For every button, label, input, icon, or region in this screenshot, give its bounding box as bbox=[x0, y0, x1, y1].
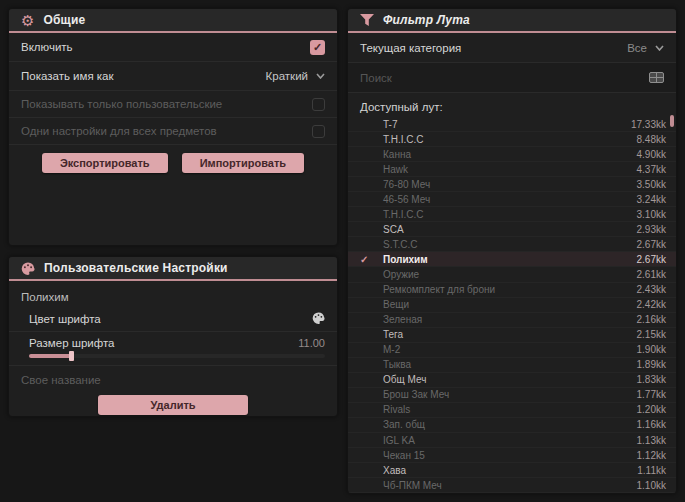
loot-item-name: Полихим bbox=[374, 254, 637, 265]
loot-row[interactable]: S.T.C.C2.67kk bbox=[348, 237, 676, 252]
loot-row[interactable]: IGL KA1.13kk bbox=[348, 433, 676, 448]
slider-thumb[interactable] bbox=[69, 351, 74, 361]
category-label: Текущая категория bbox=[360, 42, 461, 54]
loot-filter-panel: Фильтр Лута Текущая категория Все Доступ… bbox=[347, 8, 677, 494]
loot-item-value: 8.48kk bbox=[637, 134, 666, 145]
only-custom-row: Показывать только пользовательские bbox=[9, 91, 337, 118]
export-import-row: Экспортировать Импортировать bbox=[9, 145, 337, 182]
loot-item-name: SCA bbox=[374, 224, 637, 235]
enable-row: Включить ✓ bbox=[9, 33, 337, 62]
loot-row[interactable]: T-717.33kk bbox=[348, 117, 676, 132]
left-column: ⚙ Общие Включить ✓ Показать имя как Крат… bbox=[8, 8, 338, 494]
general-panel-title: Общие bbox=[43, 13, 85, 27]
same-settings-checkbox[interactable] bbox=[312, 125, 325, 138]
loot-row[interactable]: Hawk4.37kk bbox=[348, 162, 676, 177]
loot-row[interactable]: Канна4.90kk bbox=[348, 147, 676, 162]
loot-row[interactable]: Хава1.11kk bbox=[348, 463, 676, 478]
loot-item-value: 1.89kk bbox=[637, 359, 666, 370]
loot-item-value: 1.11kk bbox=[637, 465, 666, 476]
loot-item-name: Rivals bbox=[374, 404, 637, 415]
font-size-block: Размер шрифта 11.00 bbox=[9, 332, 337, 366]
loot-row[interactable]: Общ Меч1.83kk bbox=[348, 373, 676, 388]
loot-item-value: 2.93kk bbox=[637, 224, 666, 235]
delete-button[interactable]: Удалить bbox=[98, 395, 248, 415]
loot-row[interactable]: Rivals1.20kk bbox=[348, 403, 676, 418]
available-loot-label: Доступный лут: bbox=[360, 101, 443, 113]
loot-item-value: 1.12kk bbox=[637, 450, 666, 461]
available-loot-label-row: Доступный лут: bbox=[348, 93, 676, 117]
selected-item-name: Полихим bbox=[21, 291, 69, 303]
loot-item-value: 1.16kk bbox=[637, 419, 666, 430]
scrollbar-thumb[interactable] bbox=[670, 115, 674, 127]
loot-item-name: Тега bbox=[374, 329, 637, 340]
same-settings-label: Одни настройки для всех предметов bbox=[21, 125, 217, 137]
loot-row[interactable]: 76-80 Меч3.50kk bbox=[348, 177, 676, 192]
loot-row[interactable]: SCA2.93kk bbox=[348, 222, 676, 237]
custom-name-row bbox=[9, 366, 337, 394]
check-icon: ✓ bbox=[360, 254, 374, 265]
loot-item-name: Канна bbox=[374, 149, 637, 160]
loot-row[interactable]: Вещи2.42kk bbox=[348, 298, 676, 313]
font-color-row[interactable]: Цвет шрифта bbox=[9, 307, 337, 332]
color-palette-icon[interactable] bbox=[312, 310, 325, 328]
slider-fill bbox=[29, 354, 71, 358]
loot-item-value: 1.20kk bbox=[637, 404, 666, 415]
loot-item-name: Зап. общ bbox=[374, 419, 637, 430]
palette-icon bbox=[21, 262, 35, 275]
loot-filter-header: Фильтр Лута bbox=[348, 9, 676, 33]
loot-row[interactable]: Оружие2.61kk bbox=[348, 267, 676, 282]
category-dropdown[interactable]: Все bbox=[627, 42, 664, 54]
right-column: Фильтр Лута Текущая категория Все Доступ… bbox=[347, 8, 677, 494]
loot-row[interactable]: Брош Зак Меч1.77kk bbox=[348, 388, 676, 403]
loot-item-value: 1.13kk bbox=[637, 435, 666, 446]
loot-item-value: 2.67kk bbox=[637, 254, 666, 265]
loot-item-name: T.H.I.C.C bbox=[374, 134, 637, 145]
loot-row[interactable]: Ремкомплект для брони2.43kk bbox=[348, 283, 676, 298]
loot-item-name: 46-56 Меч bbox=[374, 194, 637, 205]
loot-item-value: 2.67kk bbox=[637, 239, 666, 250]
loot-item-name: Брош Зак Меч bbox=[374, 389, 637, 400]
loot-row[interactable]: Зап. общ1.16kk bbox=[348, 418, 676, 433]
same-settings-row: Одни настройки для всех предметов bbox=[9, 118, 337, 145]
loot-row[interactable]: Тыква1.89kk bbox=[348, 358, 676, 373]
enable-checkbox[interactable]: ✓ bbox=[310, 40, 325, 55]
loot-row[interactable]: М-21.90kk bbox=[348, 343, 676, 358]
only-custom-checkbox[interactable] bbox=[312, 98, 325, 111]
loot-item-value: 4.90kk bbox=[637, 149, 666, 160]
custom-settings-panel: Пользовательские Настройки Полихим Цвет … bbox=[8, 256, 338, 417]
import-button[interactable]: Импортировать bbox=[182, 153, 304, 173]
funnel-icon bbox=[360, 14, 374, 26]
category-value: Все bbox=[627, 42, 647, 54]
loot-row[interactable]: Чб-ПКМ Меч1.10kk bbox=[348, 478, 676, 493]
chevron-down-icon bbox=[316, 73, 325, 79]
loot-row[interactable]: T.H.I.C.C8.48kk bbox=[348, 132, 676, 147]
loot-item-name: Хава bbox=[374, 465, 637, 476]
delete-row: Удалить bbox=[9, 394, 337, 417]
export-button[interactable]: Экспортировать bbox=[42, 153, 168, 173]
loot-item-name: Чекан 15 bbox=[374, 450, 637, 461]
loot-row[interactable]: T.H.I.C.C3.10kk bbox=[348, 207, 676, 222]
loot-item-name: Вещи bbox=[374, 299, 637, 310]
loot-row[interactable]: Чекан 151.12kk bbox=[348, 448, 676, 463]
font-size-slider[interactable] bbox=[29, 354, 325, 358]
loot-item-name: T-7 bbox=[374, 119, 631, 130]
only-custom-label: Показывать только пользовательские bbox=[21, 98, 222, 110]
loot-item-value: 3.10kk bbox=[637, 209, 666, 220]
table-view-icon[interactable] bbox=[649, 72, 664, 83]
loot-item-name: М-2 bbox=[374, 344, 637, 355]
loot-row[interactable]: Тега2.15kk bbox=[348, 328, 676, 343]
display-name-dropdown[interactable]: Краткий bbox=[266, 70, 325, 82]
loot-item-name: S.T.C.C bbox=[374, 239, 637, 250]
display-name-value: Краткий bbox=[266, 70, 308, 82]
enable-label: Включить bbox=[21, 41, 73, 53]
loot-row[interactable]: ✓Полихим2.67kk bbox=[348, 252, 676, 267]
loot-item-name: Чб-ПКМ Меч bbox=[374, 480, 637, 491]
font-size-value: 11.00 bbox=[298, 337, 325, 349]
custom-name-input[interactable] bbox=[21, 367, 325, 393]
loot-item-value: 4.37kk bbox=[637, 164, 666, 175]
loot-row[interactable]: Зеленая2.16kk bbox=[348, 313, 676, 328]
loot-row[interactable]: 46-56 Меч3.24kk bbox=[348, 192, 676, 207]
loot-item-name: Общ Меч bbox=[374, 374, 637, 385]
search-input[interactable] bbox=[360, 72, 649, 84]
loot-item-name: T.H.I.C.C bbox=[374, 209, 637, 220]
